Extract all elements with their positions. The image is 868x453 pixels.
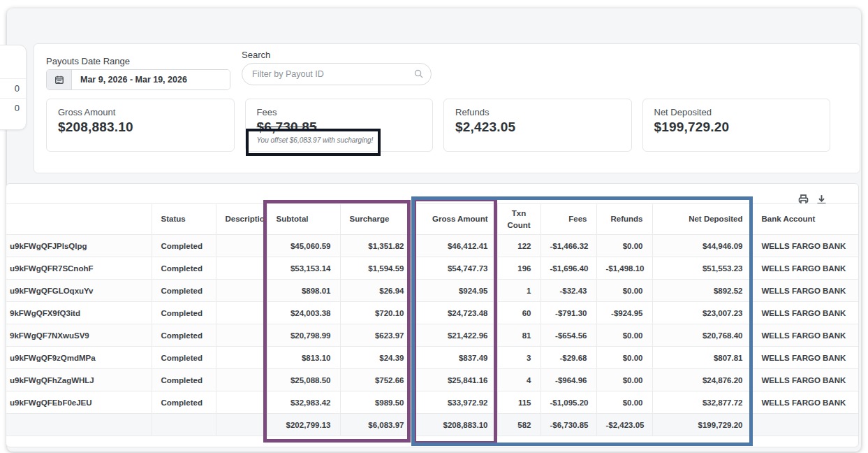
cell-surcharge: $989.50 xyxy=(340,391,413,414)
cell-fees: -$654.56 xyxy=(540,324,596,347)
cell-description xyxy=(216,391,267,414)
cell-refunds: -$924.95 xyxy=(596,302,652,324)
cell-surcharge: $24.39 xyxy=(340,347,413,369)
date-range-label: Payouts Date Range xyxy=(46,56,130,66)
cell-subtotal: $53,153.14 xyxy=(267,257,340,280)
payouts-table-panel: Status Description Subtotal Surcharge Gr… xyxy=(6,183,859,447)
col-header-payout-id xyxy=(6,204,152,235)
date-range-input[interactable] xyxy=(72,70,230,89)
search-input[interactable] xyxy=(242,63,432,85)
cell-bank-account: WELLS FARGO BANK xyxy=(752,369,858,391)
cell-net-deposited: $32,877.72 xyxy=(652,391,752,414)
card-value: $208,883.10 xyxy=(58,120,223,135)
table-totals-row: $202,799.13 $6,083.97 $208,883.10 582 -$… xyxy=(6,414,858,436)
cell-gross-amount: $25,841.16 xyxy=(413,369,497,391)
mini-value: 0 xyxy=(15,103,20,113)
cell-status: Completed xyxy=(152,280,216,302)
cell-status: Completed xyxy=(152,369,216,391)
cell-refunds: $0.00 xyxy=(596,280,652,302)
cell-surcharge: $26.94 xyxy=(340,280,413,302)
date-range-picker[interactable] xyxy=(46,69,230,90)
table-row[interactable]: u9kFWgQFhZagWHLJ Completed $25,088.50 $7… xyxy=(6,369,858,391)
cell-gross-amount: $46,412.41 xyxy=(413,235,497,257)
cell-fees: -$6,730.85 xyxy=(540,414,596,436)
table-row[interactable]: u9kFWgQFJPlsQlpg Completed $45,060.59 $1… xyxy=(6,235,858,257)
cell-net-deposited: $51,553.23 xyxy=(652,257,752,280)
cell-gross-amount: $21,422.96 xyxy=(413,324,497,347)
col-header-status: Status xyxy=(152,204,216,235)
cell-description xyxy=(216,324,267,347)
cell-subtotal: $813.10 xyxy=(267,347,340,369)
summary-card-gross-amount: Gross Amount $208,883.10 xyxy=(46,99,235,152)
cell-subtotal: $898.01 xyxy=(267,280,340,302)
filters-panel: Payouts Date Range Search Gross Amount $… xyxy=(34,43,860,173)
cell-txn-count: 3 xyxy=(497,347,540,369)
cell-refunds: $0.00 xyxy=(596,235,652,257)
cell-bank-account: WELLS FARGO BANK xyxy=(752,391,858,414)
cell-subtotal: $25,088.50 xyxy=(267,369,340,391)
col-header-refunds: Refunds xyxy=(596,204,652,235)
mini-panel-spacer xyxy=(0,45,26,78)
cell-subtotal: $24,003.38 xyxy=(267,302,340,324)
cell-fees: -$1,466.32 xyxy=(540,235,596,257)
cell-description xyxy=(216,369,267,391)
cell-net-deposited: $199,729.20 xyxy=(652,414,752,436)
cell-payout-id: 9kFWgQF7NXwuSV9 xyxy=(6,324,152,347)
cell-status: Completed xyxy=(152,391,216,414)
table-row[interactable]: 9kFWgQF7NXwuSV9 Completed $20,798.99 $62… xyxy=(6,324,858,347)
cell-subtotal: $20,798.99 xyxy=(267,324,340,347)
payouts-table: Status Description Subtotal Surcharge Gr… xyxy=(6,203,858,436)
cell-refunds: $0.00 xyxy=(596,391,652,414)
table-row[interactable]: u9kFWgQFEbF0eJEU Completed $32,983.42 $9… xyxy=(6,391,858,414)
cell-description xyxy=(216,302,267,324)
cell-gross-amount: $54,747.73 xyxy=(413,257,497,280)
cell-payout-id xyxy=(6,414,152,436)
cell-surcharge: $1,594.59 xyxy=(340,257,413,280)
cell-status: Completed xyxy=(152,257,216,280)
list-item: 0 xyxy=(0,98,26,117)
cell-fees: -$791.30 xyxy=(540,302,596,324)
cell-net-deposited: $23,007.23 xyxy=(652,302,752,324)
calendar-icon[interactable] xyxy=(47,70,72,89)
cell-fees: -$1,095.20 xyxy=(540,391,596,414)
cell-fees: -$29.68 xyxy=(540,347,596,369)
card-value: $6,730.85 xyxy=(257,120,422,135)
summary-card-refunds: Refunds $2,423.05 xyxy=(443,99,632,152)
cell-surcharge: $752.66 xyxy=(340,369,413,391)
cell-status xyxy=(152,414,216,436)
summary-cards: Gross Amount $208,883.10 Fees $6,730.85 … xyxy=(46,99,830,152)
col-header-net-deposited: Net Deposited xyxy=(652,204,752,235)
table-row[interactable]: u9kFWgQFR7SCnohF Completed $53,153.14 $1… xyxy=(6,257,858,280)
cell-payout-id: u9kFWgQF9zQmdMPa xyxy=(6,347,152,369)
cell-status: Completed xyxy=(152,347,216,369)
table-body: u9kFWgQFJPlsQlpg Completed $45,060.59 $1… xyxy=(6,235,858,436)
card-label: Gross Amount xyxy=(58,107,223,117)
cell-txn-count: 60 xyxy=(497,302,540,324)
cell-payout-id: u9kFWgQFR7SCnohF xyxy=(6,257,152,280)
col-header-fees: Fees xyxy=(540,204,596,235)
search-field xyxy=(242,63,432,85)
cell-description xyxy=(216,257,267,280)
cell-status: Completed xyxy=(152,302,216,324)
cell-net-deposited: $20,768.40 xyxy=(652,324,752,347)
cell-bank-account: WELLS FARGO BANK xyxy=(752,257,858,280)
search-label: Search xyxy=(242,50,270,60)
col-header-gross-amount: Gross Amount xyxy=(413,204,497,235)
search-icon xyxy=(413,69,424,79)
cell-gross-amount: $924.95 xyxy=(413,280,497,302)
table-row[interactable]: 9kFWgQFX9fQ3itd Completed $24,003.38 $72… xyxy=(6,302,858,324)
cell-fees: -$32.43 xyxy=(540,280,596,302)
cell-payout-id: u9kFWgQFhZagWHLJ xyxy=(6,369,152,391)
table-row[interactable]: u9kFWgQF9zQmdMPa Completed $813.10 $24.3… xyxy=(6,347,858,369)
card-label: Net Deposited xyxy=(654,107,819,117)
table-row[interactable]: u9kFWgQFGLOqxuYv Completed $898.01 $26.9… xyxy=(6,280,858,302)
cell-description xyxy=(216,414,267,436)
cell-description xyxy=(216,347,267,369)
cell-net-deposited: $807.81 xyxy=(652,347,752,369)
cell-subtotal: $32,983.42 xyxy=(267,391,340,414)
cell-payout-id: u9kFWgQFEbF0eJEU xyxy=(6,391,152,414)
cell-surcharge: $720.10 xyxy=(340,302,413,324)
cell-bank-account: WELLS FARGO BANK xyxy=(752,302,858,324)
cell-net-deposited: $892.52 xyxy=(652,280,752,302)
cell-description xyxy=(216,235,267,257)
